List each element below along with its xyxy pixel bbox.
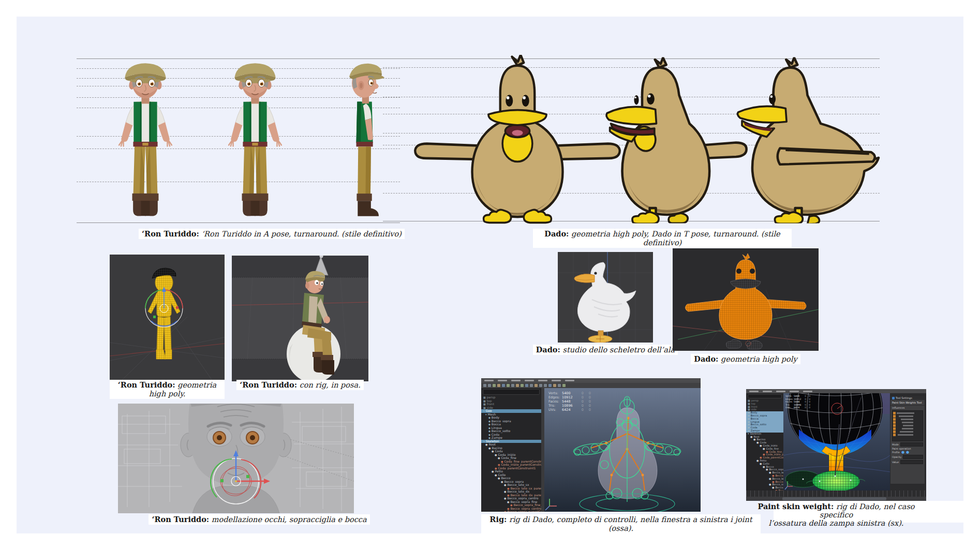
maya-viewport: Verts:540000Edges:1091200Faces:544800Tri… — [544, 388, 701, 512]
caption-label: ‘Ron Turiddo: — [240, 380, 297, 389]
maya-outliner: ▦persp▦top▦front▦side ▾Geo ▾Mesh ◆Body◆B… — [481, 388, 541, 512]
caption-text: geometria high poly — [721, 355, 797, 363]
joint-icon: ● — [760, 444, 762, 448]
influence-row — [893, 415, 922, 418]
joint-icon: ● — [504, 483, 506, 487]
joint-icon: ● — [769, 471, 771, 474]
caption-label: ‘Ron Turiddo: — [142, 229, 199, 238]
influence-row — [893, 412, 922, 414]
influences-label: Influences — [890, 406, 925, 410]
paint-outliner: ▦persp▦top▦front▦side ◆Body◆Becco_sopra◆… — [746, 393, 783, 490]
dado-side-view — [719, 55, 890, 226]
joint-icon: ● — [760, 463, 762, 466]
ron-side-view — [340, 61, 390, 222]
caption-dado-wing: Dado: studio dello scheletro dell’ala — [532, 345, 679, 355]
joint-icon: ● — [507, 500, 509, 504]
expand-icon: ▾ — [483, 409, 485, 413]
caption-paint-weights: Paint skin weight: rig di Dado, nel caso… — [746, 502, 926, 528]
timeline — [746, 490, 926, 497]
joint-icon: ● — [756, 459, 759, 463]
guide-line — [77, 222, 400, 223]
dado-wing-study-illustration — [558, 252, 653, 343]
joint-icon: ● — [766, 468, 768, 471]
ron-rig-pose-screenshot — [232, 256, 368, 381]
caption-dado-turnaround: Dado: geometria high poly, Dado in T pos… — [533, 229, 792, 248]
caption-label: Dado: — [694, 354, 718, 363]
expand-icon: ▾ — [483, 440, 485, 443]
influences-list — [892, 410, 923, 441]
influence-row — [893, 418, 922, 421]
ron-wireframe-illustration — [110, 255, 225, 382]
joint-icon: ● — [753, 438, 755, 441]
joint-icon: ● — [756, 441, 759, 444]
caption-text: modellazione occhi, sopracciglia e bocca — [212, 515, 367, 524]
maya-window-icon — [892, 397, 895, 399]
influence-row — [893, 424, 922, 427]
caption-text: studio dello scheletro dell’ala — [562, 346, 675, 354]
paint-viewport: Verts:540000Edges:1091200Faces:544800Tri… — [783, 393, 890, 490]
value-input — [900, 460, 923, 464]
joint-icon: ● — [504, 490, 506, 494]
influence-row — [893, 421, 922, 424]
joint-icon: ● — [498, 477, 500, 480]
caption-dado-rig: Rig: rig di Dado, completo di controlli,… — [481, 514, 761, 533]
joint-icon: ● — [769, 478, 771, 481]
outliner-joint-row: ●Becco_sopra_parentConstrai — [481, 510, 541, 512]
expand-icon: ▾ — [485, 413, 487, 417]
joint-icon: ● — [498, 456, 500, 460]
caption-label: ‘Ron Turiddo: — [152, 515, 209, 524]
ron-three-quarter-view — [111, 61, 180, 222]
influence-row — [893, 434, 922, 436]
brush-profile-icon: ● — [906, 451, 909, 454]
dado-highpoly-screenshot — [673, 248, 819, 351]
maya-menu-bar — [746, 389, 926, 393]
value-row: Value — [890, 459, 925, 465]
caption-label: Rig: — [489, 515, 507, 524]
maya-menu-bar — [481, 378, 701, 383]
joint-icon: ● — [492, 450, 494, 453]
joint-icon: ● — [504, 497, 506, 500]
joint-icon: ● — [501, 480, 503, 484]
joint-icon: ● — [495, 473, 497, 477]
ron-wireframe-screenshot — [110, 255, 225, 382]
brush-profile-icon: ● — [901, 451, 904, 454]
dado-wing-study-screenshot — [558, 252, 653, 343]
mode-row: Mode — [890, 442, 925, 447]
caption-ron-highpoly: ‘Ron Turiddo: geometria high poly. — [110, 380, 225, 399]
caption-label: Dado: — [544, 229, 569, 238]
caption-ron-rig: ‘Ron Turiddo: con rig, in posa. — [232, 380, 368, 390]
caption-text-line1: rig di Dado, nel caso specifico — [820, 502, 915, 519]
range-slider — [746, 497, 926, 501]
caption-text: geometria high poly, Dado in T pose, tur… — [571, 230, 780, 247]
joint-icon: ● — [485, 443, 487, 447]
influence-row — [893, 427, 922, 430]
caption-dado-highpoly: Dado: geometria high poly — [673, 354, 819, 364]
dado-highpoly-illustration — [673, 248, 819, 351]
joint-icon: ● — [763, 466, 765, 469]
caption-text: ‘Ron Turiddo in A pose, turnaround. (sti… — [201, 230, 401, 238]
opacity-input — [903, 455, 923, 459]
tool-name: Paint Skin Weights Tool — [890, 400, 925, 406]
joint-icon: ● — [504, 510, 506, 512]
caption-text: rig di Dado, completo di controlli, nell… — [509, 515, 752, 532]
joint-icon: ● — [492, 470, 494, 473]
opacity-row: Opacity — [890, 454, 925, 459]
joint-icon: ● — [495, 453, 497, 457]
caption-label: Paint skin weight: — [758, 502, 834, 511]
caption-ron-turnaround: ‘Ron Turiddo: ‘Ron Turiddo in A pose, tu… — [129, 229, 414, 239]
influence-row — [893, 430, 922, 433]
joint-icon: ● — [763, 448, 765, 451]
caption-ron-face: ‘Ron Turiddo: modellazione occhi, soprac… — [141, 514, 377, 525]
influence-swatch — [893, 412, 896, 414]
outliner-search-input — [483, 389, 540, 395]
caption-label: ‘Ron Turiddo: — [118, 380, 175, 389]
caption-text: con rig, in posa. — [300, 381, 361, 389]
joint-icon: ● — [772, 486, 774, 489]
caption-label: Dado: — [536, 345, 560, 354]
maya-toolbar — [481, 383, 701, 388]
poly-count-hud: Verts:540000Edges:1091200Faces:544800Tri… — [548, 391, 591, 412]
maya-rig-screenshot: ▦persp▦top▦front▦side ▾Geo ▾Mesh ◆Body◆B… — [481, 378, 701, 512]
guide-line — [77, 58, 400, 59]
poly-count-hud: Verts:540000Edges:1091200Faces:544800Tri… — [785, 395, 810, 409]
mode-select — [900, 442, 923, 447]
